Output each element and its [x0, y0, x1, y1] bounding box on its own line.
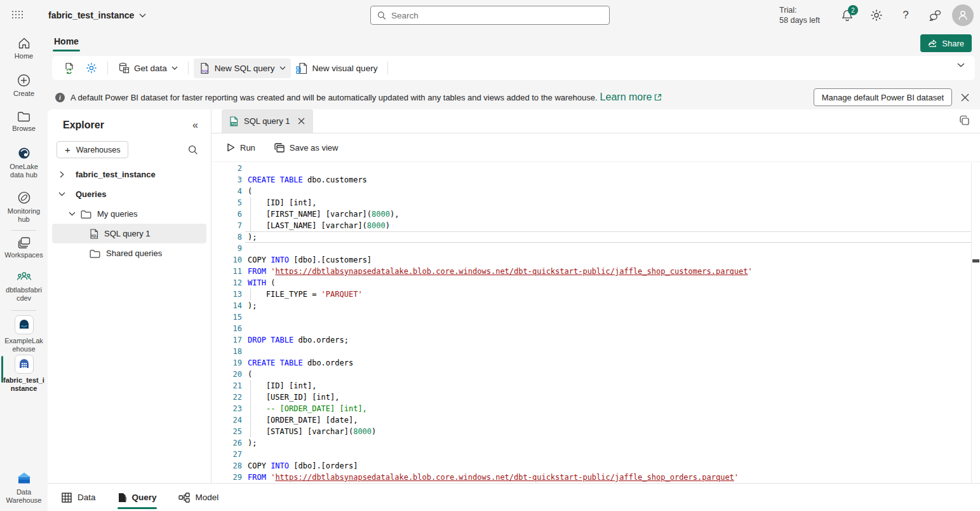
nav-item-fabric-test-instance[interactable]: fabric_test_i nstance [0, 355, 48, 393]
code-line[interactable]: 24 [ORDER_DATE] [date], [211, 414, 971, 426]
search-input[interactable] [391, 11, 603, 20]
banner-close-button[interactable] [952, 85, 977, 109]
person-icon [957, 10, 969, 21]
code-line[interactable]: 23 -- [ORDER_DATE] [int], [211, 403, 971, 414]
settings-toolbar-button[interactable] [81, 58, 102, 78]
chevron-down-icon [957, 63, 965, 67]
tab-data[interactable]: Data [62, 484, 96, 511]
code-text: -- [ORDER_DATE] [int], [248, 403, 971, 414]
manage-dataset-button[interactable]: Manage default Power BI dataset [814, 88, 952, 106]
copy-icon[interactable] [959, 115, 970, 126]
share-button[interactable]: Share [920, 34, 972, 52]
collapse-panel-button[interactable]: « [192, 119, 198, 131]
nav-workspaces[interactable]: Workspaces [0, 236, 48, 259]
app-launcher-icon[interactable] [4, 0, 33, 31]
close-tab-button[interactable] [296, 116, 307, 126]
explorer-tree: fabric_test_instance Queries My queries … [48, 165, 211, 263]
nav-data-warehouse[interactable]: Data Warehouse [0, 472, 48, 505]
tree-item-my-queries[interactable]: My queries [48, 204, 211, 224]
code-line[interactable]: 14); [211, 300, 971, 311]
learn-more-link[interactable]: Learn more [600, 92, 662, 103]
code-line[interactable]: 18 [211, 346, 971, 357]
nav-workspace-dbtlabsfabricdev[interactable]: dbtlabsfabri cdev [0, 271, 48, 303]
code-line[interactable]: 17DROP TABLE dbo.orders; [211, 334, 971, 346]
code-text: FILE_TYPE = 'PARQUET' [248, 289, 971, 300]
save-as-view-button[interactable]: Save as view [268, 139, 345, 156]
code-line[interactable]: 13 FILE_TYPE = 'PARQUET' [211, 289, 971, 300]
tab-home[interactable]: Home [53, 34, 80, 53]
code-line[interactable]: 19CREATE TABLE dbo.orders [211, 357, 971, 369]
code-text: [ID] [int], [248, 380, 971, 392]
code-text: COPY INTO [dbo].[orders] [248, 460, 971, 472]
ribbon-collapse-button[interactable] [957, 63, 965, 67]
new-warehouse-button[interactable]: + Warehouses [57, 141, 128, 158]
code-line[interactable]: 29FROM 'https://dbtlabsynapsedatalake.bl… [211, 472, 971, 483]
nav-monitoring-hub[interactable]: Monitoring hub [0, 191, 48, 224]
code-line[interactable]: 3CREATE TABLE dbo.customers [211, 174, 971, 186]
new-visual-query-button[interactable]: New visual query [291, 58, 383, 78]
code-line[interactable]: 22 [USER_ID] [int], [211, 392, 971, 403]
notifications-button[interactable]: 2 [833, 0, 862, 31]
code-line[interactable]: 26); [211, 437, 971, 449]
code-line[interactable]: 4( [211, 186, 971, 197]
code-line[interactable]: 20( [211, 369, 971, 380]
code-line[interactable]: 7 [LAST_NAME] [varchar](8000) [211, 220, 971, 231]
help-button[interactable]: ? [891, 0, 920, 31]
explorer-search-button[interactable] [188, 145, 198, 155]
code-text: [ORDER_DATE] [date], [248, 414, 971, 426]
settings-button[interactable] [862, 0, 891, 31]
ribbon-tab-row: Home Share [48, 31, 980, 56]
new-sql-query-button[interactable]: SQL New SQL query [194, 58, 291, 78]
code-line[interactable]: 21 [ID] [int], [211, 380, 971, 392]
code-text: CREATE TABLE dbo.customers [248, 174, 971, 186]
chevron-down-icon [58, 192, 65, 196]
tab-query[interactable]: Query [117, 484, 157, 511]
sql-code-editor[interactable]: 23CREATE TABLE dbo.customers4(5 [ID] [in… [211, 163, 972, 483]
refresh-button[interactable] [58, 58, 81, 78]
code-line[interactable]: 12WITH ( [211, 277, 971, 289]
get-data-button[interactable]: Get data [113, 58, 183, 78]
code-line[interactable]: 16 [211, 323, 971, 334]
tree-item-sql-query-1[interactable]: SQL SQL query 1 [52, 224, 206, 243]
database-icon [118, 62, 130, 74]
workspace-switcher[interactable]: fabric_test_instance [48, 10, 146, 20]
nav-onelake-data-hub[interactable]: OneLake data hub [0, 146, 48, 179]
tab-model[interactable]: Model [178, 484, 219, 511]
global-search[interactable] [370, 6, 610, 25]
code-line[interactable]: 6 [FIRST_NAME] [varchar](8000), [211, 208, 971, 220]
code-line[interactable]: 28COPY INTO [dbo].[orders] [211, 460, 971, 472]
tree-item-warehouse[interactable]: fabric_test_instance [48, 165, 211, 184]
data-warehouse-icon [16, 472, 32, 486]
svg-text:SQL: SQL [201, 69, 209, 73]
feedback-button[interactable] [920, 0, 950, 31]
code-line[interactable]: 2 [211, 163, 971, 174]
code-line[interactable]: 8); [211, 231, 971, 243]
account-avatar[interactable] [952, 4, 974, 26]
tree-item-queries[interactable]: Queries [48, 184, 211, 204]
nav-create[interactable]: Create [0, 74, 48, 98]
workspace-name: fabric_test_instance [48, 10, 134, 20]
run-button[interactable]: Run [220, 139, 262, 156]
code-line[interactable]: 27 [211, 449, 971, 460]
explorer-title: Explorer [63, 119, 104, 131]
line-number: 16 [211, 323, 242, 334]
nav-item-examplelakehouse[interactable]: ExampleLak ehouse [0, 315, 48, 353]
code-text: ); [248, 300, 971, 311]
nav-home[interactable]: Home [0, 37, 48, 60]
info-icon: i [55, 93, 65, 102]
query-tab-title: SQL query 1 [244, 116, 290, 126]
line-number: 5 [211, 197, 242, 208]
code-line[interactable]: 15 [211, 311, 971, 323]
tree-item-shared-queries[interactable]: Shared queries [48, 243, 211, 263]
code-line[interactable]: 25 [STATUS] [varchar](8000) [211, 426, 971, 437]
scrollbar-marker[interactable] [972, 259, 979, 262]
code-text: FROM 'https://dbtlabsynapsedatalake.blob… [248, 472, 971, 483]
code-line[interactable]: 9 [211, 243, 971, 254]
nav-browse[interactable]: Browse [0, 111, 48, 133]
close-icon [961, 93, 969, 102]
code-line[interactable]: 5 [ID] [int], [211, 197, 971, 208]
code-line[interactable]: 10COPY INTO [dbo].[customers] [211, 254, 971, 266]
query-tab[interactable]: SQL SQL query 1 [222, 109, 313, 133]
code-line[interactable]: 11FROM 'https://dbtlabsynapsedatalake.bl… [211, 266, 971, 277]
line-number: 28 [211, 460, 242, 472]
